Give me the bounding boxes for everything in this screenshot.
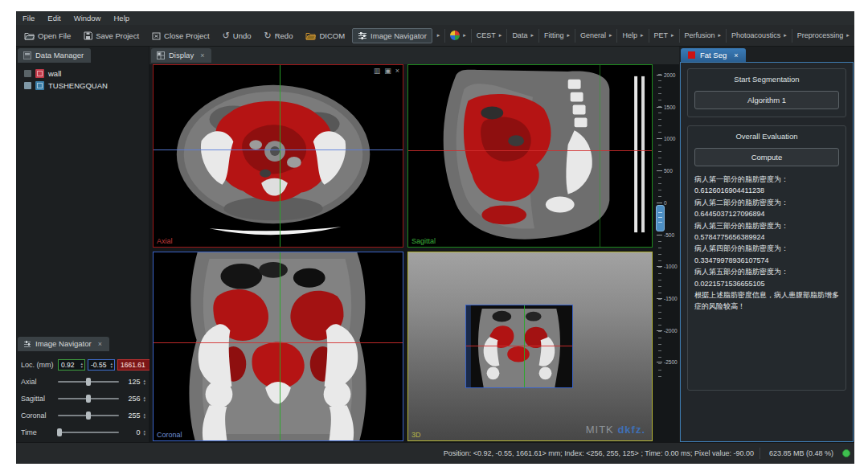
slider-handle[interactable] [57,428,62,436]
spinner-arrows-icon[interactable]: ▴▾ [143,395,145,402]
display-tab[interactable]: Display × [151,48,211,63]
status-divider [760,448,760,459]
axial-view[interactable]: ▥ ▣ × Axial [153,64,403,248]
axial-slider[interactable] [58,377,119,387]
view-menu-icon[interactable]: ▥ [374,68,381,75]
compute-button[interactable]: Compute [694,148,839,166]
data-manager-tab[interactable]: Data Manager [18,48,91,63]
plugin-menu-data[interactable]: Data▸ [506,29,538,43]
close-icon[interactable]: × [734,51,738,59]
loc-value: -0.55 [91,361,106,369]
level-window-tick: 2000 [657,72,675,78]
dicom-button[interactable]: DICOM [300,28,350,43]
spinner-arrows-icon[interactable]: ▴▾ [143,412,145,419]
chevron-right-icon: ▸ [609,32,612,39]
slider-value: 256 [122,395,140,403]
spinner-arrows-icon[interactable]: ▴▾ [143,379,145,385]
undo-button[interactable]: ↺Undo [217,28,257,43]
sagittal-slider[interactable] [58,394,119,403]
menu-file[interactable]: File [23,14,35,23]
fat-seg-tab[interactable]: Fat Seg × [681,48,746,62]
slider-handle[interactable] [86,412,91,420]
open-file-button[interactable]: Open File [18,28,76,43]
menu-edit[interactable]: Edit [47,14,60,23]
chevron-right-icon: ▸ [846,32,850,39]
plugin-menu-label: Photoacoustics [731,31,780,39]
plugin-menu-photoacoustics[interactable]: Photoacoustics▸ [726,29,792,43]
sagittal-view[interactable]: Sagittal [407,64,653,248]
algorithm-1-button[interactable]: Algorithm 1 [694,91,839,109]
data-node-label: wall [48,69,61,78]
slider-label: Axial [21,378,55,386]
colormap-menu[interactable]: ▸ [444,29,471,43]
plugin-menu-label: Perfusion [685,31,715,39]
image-navigator-button[interactable]: Image Navigator [352,28,432,43]
close-icon[interactable]: × [98,340,102,348]
sagittal-plane-line[interactable] [280,65,280,247]
plugin-menu-cest[interactable]: CEST▸ [471,29,507,43]
close-icon[interactable]: × [200,51,204,59]
visibility-checkbox[interactable] [24,70,31,77]
level-window-slider[interactable]: 2000150010005000-500-1000-1500-2000-2500… [655,64,679,464]
tick-label: 1000 [664,136,675,141]
sagittal-plane-line [524,305,525,387]
plugin-menu-perfusion[interactable]: Perfusion▸ [679,29,727,43]
slider-handle[interactable] [86,378,91,386]
coronal-plane-line[interactable] [154,149,403,150]
data-manager-tab-label: Data Manager [35,51,84,59]
close-project-button[interactable]: Close Project [146,28,215,43]
plugin-menu-pet[interactable]: PET▸ [649,29,679,43]
view-maximize-icon[interactable]: ▣ [384,68,391,75]
undo-label: Undo [233,31,252,40]
loc-spinbox-1[interactable]: -0.55▴▾ [88,359,115,371]
time-slider[interactable] [58,428,119,437]
axial-plane-line[interactable] [154,342,403,343]
image-navigator-tab[interactable]: Image Navigator × [18,337,109,351]
nav-slider-row-axial: Axial125▴▾ [21,373,145,390]
coronal-slider[interactable] [58,411,119,420]
chevron-right-icon: ▸ [437,32,440,39]
menu-help[interactable]: Help [113,14,129,23]
threed-view[interactable]: MITK dkfz. 3D [407,252,653,441]
redo-button[interactable]: ↻Redo [259,28,299,43]
loc-spinbox-0[interactable]: 0.92▴▾ [58,359,85,371]
sagittal-ct-image [408,65,652,247]
tick-label: 500 [664,168,673,174]
save-project-button[interactable]: Save Project [78,28,145,43]
coronal-plane-line[interactable] [600,65,600,247]
spinner-arrows-icon[interactable]: ▴▾ [80,362,83,368]
axial-view-label: Axial [157,237,173,245]
plugin-menu-general[interactable]: General▸ [575,29,617,43]
coronal-view[interactable]: Coronal [153,252,403,441]
spinner-arrows-icon[interactable]: ▴▾ [143,429,145,436]
tick-label: -1500 [664,296,678,301]
nav-slider-row-coronal: Coronal255▴▾ [21,407,145,424]
fat-seg-content: Start Segmentation Algorithm 1 Overall E… [680,62,854,442]
evaluation-results: 病人第一部分的脂肪密度为：0.6126016904411238病人第二部分的脂肪… [694,174,839,313]
chevron-right-icon: ▸ [567,32,570,39]
quad-view-icon [157,51,165,59]
data-node-wall[interactable]: wall [23,68,149,80]
display-tab-label: Display [169,51,194,59]
menu-window[interactable]: Window [74,14,101,23]
evaluation-result-line: 病人第三部分的脂肪密度为：0.5784775656389924 [694,220,839,244]
level-window-handle[interactable] [656,205,665,231]
threed-view-label: 3D [411,431,421,439]
view-close-icon[interactable]: × [395,68,399,75]
plugin-menu-label: Help [622,31,637,39]
slider-value: 0 [122,428,140,436]
axial-plane-line[interactable] [408,150,652,151]
save-project-label: Save Project [96,31,139,40]
slider-handle[interactable] [86,395,91,403]
sagittal-plane-line[interactable] [280,252,280,440]
plugin-menu-fitting[interactable]: Fitting▸ [538,29,575,43]
plugin-menu-preprocessing[interactable]: Preprocessing▸ [792,29,854,43]
spinner-arrows-icon[interactable]: ▴▾ [110,362,113,368]
open-file-label: Open File [38,31,71,40]
toolbar-overflow-menu[interactable]: ▸ [432,29,445,43]
data-node-tushengquan[interactable]: TUSHENGQUAN [23,80,149,92]
watermark: MITK dkfz. [586,424,645,436]
plugin-menu-help[interactable]: Help▸ [616,29,648,43]
menu-bar: FileEditWindowHelp [16,11,854,25]
visibility-checkbox[interactable] [24,82,31,89]
